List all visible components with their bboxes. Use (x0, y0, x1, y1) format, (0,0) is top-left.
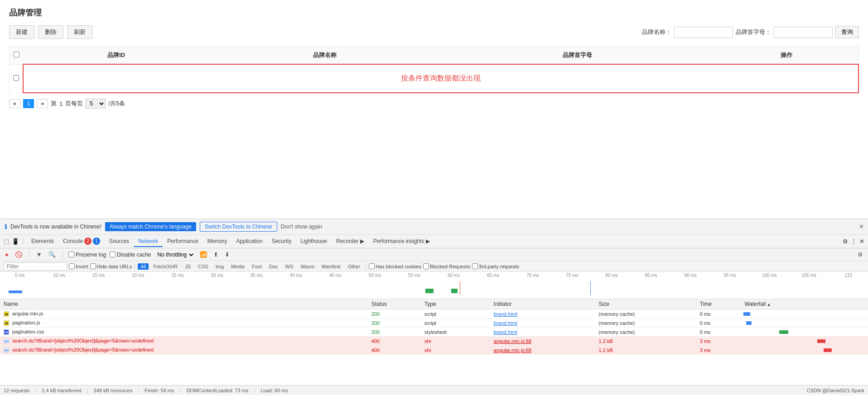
error-message: 按条件查询数据都没出现 (23, 64, 858, 93)
current-page-button[interactable]: 1 (23, 99, 34, 108)
next-page-button[interactable]: » (37, 99, 48, 108)
search-name-label: 品牌名称： (642, 28, 671, 36)
select-all-checkbox[interactable] (14, 52, 19, 57)
search-initial-input[interactable] (774, 27, 833, 38)
search-button[interactable]: 查询 (835, 26, 859, 38)
page-size-select[interactable]: 5 10 20 (86, 99, 106, 109)
brand-table: 品牌ID 品牌名称 品牌首字母 操作 按条件查询数据都没出现 (9, 46, 859, 93)
page-title: 品牌管理 (9, 7, 859, 18)
new-button[interactable]: 新建 (9, 25, 34, 39)
refresh-button[interactable]: 刷新 (67, 25, 92, 39)
table-row: 按条件查询数据都没出现 (10, 64, 859, 93)
delete-button[interactable]: 删除 (38, 25, 63, 39)
table-header-name: 品牌名称 (209, 47, 440, 65)
search-area: 品牌名称： 品牌首字母： 查询 (642, 26, 859, 38)
row-checkbox[interactable] (13, 75, 19, 81)
table-header-action: 操作 (714, 47, 858, 65)
page-info-pre: 第 (51, 100, 57, 108)
search-initial-label: 品牌首字母： (736, 28, 771, 36)
table-checkbox-header (10, 47, 24, 65)
table-header-id: 品牌ID (23, 47, 209, 65)
app-container: 品牌管理 新建 删除 刷新 品牌名称： 品牌首字母： 查询 品牌ID 品牌名称 … (0, 0, 868, 140)
search-name-input[interactable] (674, 27, 733, 38)
page-number: 1 (59, 100, 63, 107)
table-header-initial: 品牌首字母 (440, 47, 714, 65)
page-info-mid: 页每页 (65, 100, 83, 108)
page-total: /共5条 (108, 100, 125, 108)
pagination: « 1 » 第 1 页每页 5 10 20 /共5条 (9, 99, 859, 109)
app-toolbar: 新建 删除 刷新 品牌名称： 品牌首字母： 查询 (9, 25, 859, 39)
prev-page-button[interactable]: « (9, 99, 20, 108)
